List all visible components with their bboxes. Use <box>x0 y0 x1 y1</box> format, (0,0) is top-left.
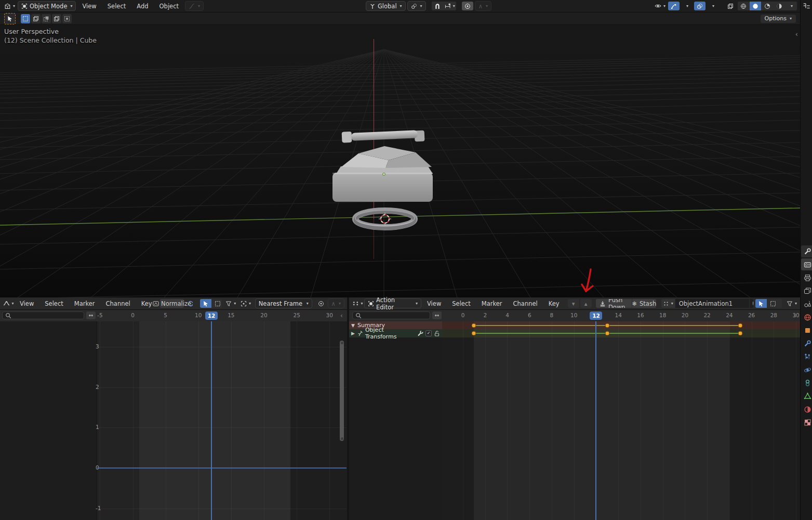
properties-tab-render[interactable] <box>801 258 812 270</box>
only-selected-toggle[interactable] <box>755 299 767 308</box>
properties-tab-constraints[interactable] <box>801 377 812 389</box>
stash-button[interactable]: ❄Stash <box>632 299 656 308</box>
menu-add[interactable]: Add <box>132 3 153 10</box>
properties-tab-texture[interactable] <box>801 417 812 428</box>
select-mode-invert-button[interactable] <box>52 14 61 23</box>
channel-list-panel[interactable] <box>0 321 97 520</box>
dope-menu-view[interactable]: View <box>422 300 446 307</box>
properties-tab-particles[interactable] <box>801 350 812 362</box>
overlays-dropdown[interactable]: ▾ <box>707 2 718 10</box>
action-name-field[interactable]: ObjectAnimation1 <box>675 299 749 308</box>
properties-tab-data[interactable] <box>801 390 812 402</box>
editor-type-button[interactable]: ▾ <box>3 2 16 10</box>
channel-search-input[interactable] <box>352 311 430 319</box>
graph-editor-type-button[interactable]: ▾ <box>3 299 14 308</box>
graph-menu-channel[interactable]: Channel <box>101 300 135 307</box>
playhead-line[interactable] <box>595 321 596 520</box>
active-tool-button[interactable] <box>4 13 16 24</box>
snapping-dropdown[interactable]: Nearest Frame▾ <box>255 298 312 308</box>
snap-toggle-button[interactable] <box>432 2 443 10</box>
region-collapse-icon[interactable]: ‹ <box>794 312 796 319</box>
layer-prev-button[interactable]: ▾ <box>568 299 579 308</box>
graph-editor-canvas[interactable]: 3210-1 <box>0 321 347 520</box>
dope-menu-channel[interactable]: Channel <box>509 300 542 307</box>
keyframe-dot[interactable] <box>605 331 609 336</box>
shading-solid-button[interactable] <box>750 2 761 10</box>
overlays-toggle[interactable] <box>694 2 705 10</box>
keyframe-dot[interactable] <box>738 323 743 328</box>
shading-wireframe-button[interactable] <box>738 2 749 10</box>
gizmos-dropdown[interactable]: ▾ <box>681 2 693 10</box>
graph-menu-marker[interactable]: Marker <box>70 300 100 307</box>
model-bar[interactable] <box>342 128 425 145</box>
push-down-button[interactable]: Push Down <box>596 299 632 308</box>
auto-normalize-refresh-button[interactable] <box>185 299 196 308</box>
properties-tab-object[interactable] <box>801 324 812 336</box>
fake-user-toggle[interactable] <box>750 299 754 308</box>
unlock-icon[interactable] <box>434 330 440 336</box>
transform-fallback-dropdown[interactable]: ▾ <box>185 1 204 11</box>
graph-menu-select[interactable]: Select <box>40 300 68 307</box>
region-collapse-icon[interactable]: ‹ <box>340 312 343 319</box>
select-mode-new-button[interactable] <box>21 14 30 23</box>
pin-icon[interactable] <box>357 330 363 336</box>
properties-tab-world[interactable] <box>801 311 812 323</box>
proportional-edit-toggle[interactable] <box>315 299 327 308</box>
options-dropdown[interactable]: Options▾ <box>761 15 796 23</box>
filter-dropdown[interactable]: ▾ <box>225 299 236 308</box>
proportional-editing-button[interactable] <box>462 2 473 10</box>
properties-tab-tool[interactable] <box>801 245 812 257</box>
dope-editor-type-button[interactable]: ▾ <box>352 299 363 308</box>
pivot-dropdown[interactable]: ▾ <box>407 1 426 11</box>
dope-menu-marker[interactable]: Marker <box>477 300 507 307</box>
mode-dropdown[interactable]: Object Mode▾ <box>18 1 76 11</box>
select-mode-intersect-button[interactable] <box>62 14 72 23</box>
only-errors-toggle[interactable]: ⚠ <box>779 299 781 308</box>
layer-next-button[interactable]: ▴ <box>580 299 592 308</box>
properties-tab-material[interactable] <box>801 404 812 415</box>
properties-tab-modifiers[interactable] <box>801 337 812 349</box>
vertical-scrollbar[interactable] <box>340 341 344 441</box>
shading-material-button[interactable] <box>762 2 773 10</box>
properties-tab-physics[interactable] <box>801 364 812 376</box>
dope-sheet-ruler[interactable]: ↔ 024681014161820222426283012‹ <box>349 310 800 322</box>
dope-menu-select[interactable]: Select <box>447 300 475 307</box>
keyframe-dot[interactable] <box>472 331 476 336</box>
sidebar-collapse-icon[interactable]: ‹ <box>795 30 798 38</box>
normalize-button[interactable]: Normalize <box>160 299 183 308</box>
dope-mode-dropdown[interactable]: Action Editor▾ <box>364 298 421 308</box>
filter-dropdown[interactable]: ▾ <box>786 299 797 308</box>
channel-search-input[interactable] <box>2 311 84 319</box>
expand-triangle-icon[interactable]: ▶ <box>351 331 355 336</box>
only-selected-toggle[interactable] <box>200 299 211 308</box>
visibility-dropdown[interactable]: ▾ <box>654 2 667 10</box>
menu-object[interactable]: Object <box>155 3 183 10</box>
model-base[interactable] <box>332 166 433 202</box>
pivot-point-dropdown[interactable]: ▾ <box>240 299 251 308</box>
keyframe-dot[interactable] <box>472 323 476 328</box>
outliner-icon[interactable] <box>802 2 810 10</box>
playhead-line[interactable] <box>211 321 212 520</box>
filter-invert-button[interactable]: ↔ <box>432 311 442 319</box>
channel-list-panel[interactable] <box>349 321 442 520</box>
model-cap[interactable] <box>341 146 432 168</box>
3d-cursor[interactable] <box>379 213 391 225</box>
browse-action-dropdown[interactable]: ▾ <box>661 299 675 308</box>
xray-toggle[interactable] <box>725 2 736 10</box>
gizmos-toggle[interactable] <box>668 2 680 10</box>
falloff-dropdown[interactable]: ∧▾ <box>475 1 491 11</box>
show-hidden-toggle[interactable] <box>212 299 221 308</box>
graph-editor-ruler[interactable]: ↔ -505101520253012‹ <box>0 310 347 322</box>
expand-triangle-icon[interactable]: ▼ <box>351 323 355 328</box>
graph-menu-view[interactable]: View <box>15 300 38 307</box>
snap-settings-dropdown[interactable]: ▾ <box>444 2 456 10</box>
dope-menu-key[interactable]: Key <box>544 300 564 307</box>
show-hidden-toggle[interactable] <box>767 299 779 308</box>
properties-tab-scene[interactable] <box>801 298 812 310</box>
keyframe-dot[interactable] <box>605 323 609 328</box>
wrench-icon[interactable] <box>417 330 423 336</box>
select-mode-subtract-button[interactable] <box>42 14 51 23</box>
current-frame-badge[interactable]: 12 <box>205 311 218 320</box>
channel-enable-checkbox[interactable]: ✓ <box>425 330 432 336</box>
properties-tab-output[interactable] <box>801 272 812 284</box>
